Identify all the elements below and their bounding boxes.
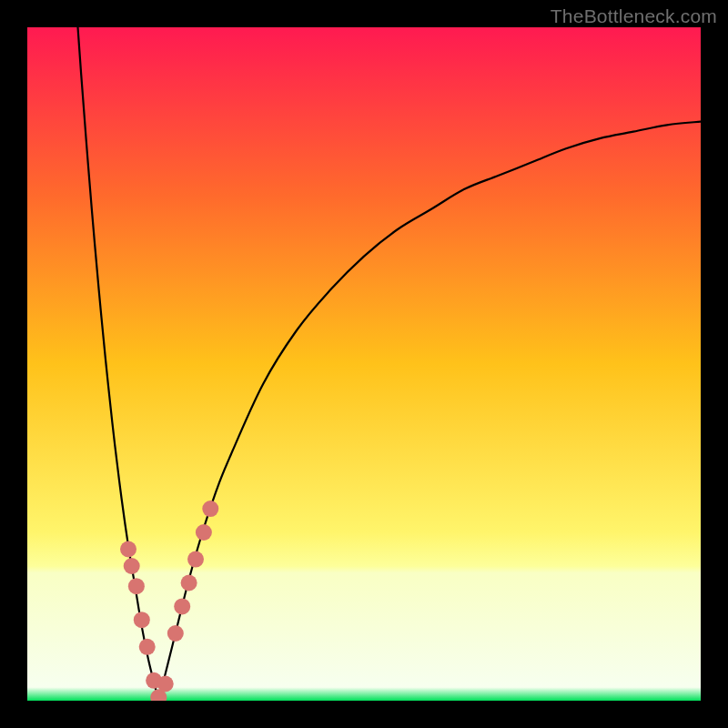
curve-left-branch xyxy=(78,27,159,701)
data-marker xyxy=(196,524,212,541)
plot-area xyxy=(27,27,701,701)
curve-right-branch xyxy=(158,122,701,701)
data-marker xyxy=(181,575,197,592)
data-marker xyxy=(128,578,145,594)
data-marker xyxy=(139,639,156,655)
data-markers xyxy=(120,500,218,701)
data-marker xyxy=(120,541,136,558)
data-marker xyxy=(157,676,174,693)
chart-frame: TheBottleneck.com xyxy=(0,0,728,728)
data-marker xyxy=(167,625,184,642)
watermark-text: TheBottleneck.com xyxy=(551,5,717,27)
curve-layer xyxy=(27,27,701,701)
data-marker xyxy=(124,558,140,574)
data-marker xyxy=(174,598,190,614)
data-marker xyxy=(134,612,150,628)
data-marker xyxy=(187,551,204,568)
data-marker xyxy=(202,500,218,517)
